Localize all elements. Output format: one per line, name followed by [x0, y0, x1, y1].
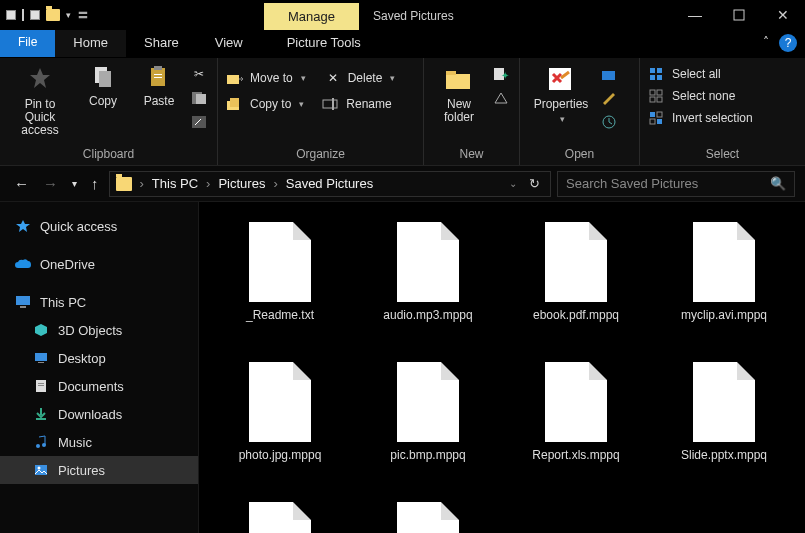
tab-share[interactable]: Share: [126, 30, 197, 57]
select-all-button[interactable]: Select all: [648, 66, 721, 82]
btn-label: Select none: [672, 89, 735, 103]
qat-overflow-icon[interactable]: 〓: [77, 7, 88, 24]
btn-label: Pin to Quick access: [8, 98, 72, 138]
tab-home[interactable]: Home: [55, 30, 126, 57]
nav-desktop[interactable]: Desktop: [0, 344, 198, 372]
breadcrumb-pictures[interactable]: Pictures: [218, 176, 265, 191]
edit-button[interactable]: [600, 90, 618, 106]
file-item[interactable]: [209, 502, 351, 533]
tab-file[interactable]: File: [0, 30, 55, 57]
file-name: Slide.pptx.mppq: [681, 448, 767, 462]
rename-icon: [322, 96, 340, 112]
file-item[interactable]: [357, 502, 499, 533]
history-button[interactable]: [600, 114, 618, 130]
nav-downloads[interactable]: Downloads: [0, 400, 198, 428]
up-button[interactable]: ↑: [87, 171, 103, 196]
address-bar[interactable]: › This PC › Pictures › Saved Pictures ⌄ …: [109, 171, 552, 197]
nav-label: Documents: [58, 379, 124, 394]
tab-picture-tools[interactable]: Picture Tools: [269, 30, 379, 57]
nav-quick-access[interactable]: Quick access: [0, 212, 198, 240]
nav-onedrive[interactable]: OneDrive: [0, 250, 198, 278]
ribbon-tabs: File Home Share View Picture Tools ˄ ?: [0, 30, 805, 58]
cut-button[interactable]: ✂: [190, 66, 208, 82]
svg-rect-23: [650, 68, 655, 73]
folder-icon[interactable]: [46, 9, 60, 21]
file-view[interactable]: _Readme.txt audio.mp3.mppq ebook.pdf.mpp…: [199, 202, 805, 533]
file-item[interactable]: Report.xls.mppq: [505, 362, 647, 462]
file-icon: [397, 222, 459, 302]
window-title: Saved Pictures: [359, 2, 468, 30]
back-button[interactable]: ←: [10, 171, 33, 196]
chevron-down-icon[interactable]: ▾: [66, 10, 71, 20]
btn-label: Copy to: [250, 97, 291, 111]
paste-button[interactable]: Paste: [134, 64, 184, 108]
open-button[interactable]: [600, 66, 618, 82]
new-item-button[interactable]: ✦: [492, 66, 510, 82]
breadcrumb-thispc[interactable]: This PC: [152, 176, 198, 191]
copy-to-button[interactable]: Copy to▾: [226, 96, 304, 112]
address-dropdown-button[interactable]: ⌄: [505, 178, 521, 189]
collapse-ribbon-button[interactable]: ˄: [757, 30, 775, 57]
svg-rect-42: [38, 383, 44, 384]
refresh-button[interactable]: ↻: [525, 176, 544, 191]
btn-label: Rename: [346, 97, 391, 111]
recent-locations-button[interactable]: ▾: [68, 174, 81, 193]
file-item[interactable]: myclip.avi.mppq: [653, 222, 795, 322]
file-item[interactable]: photo.jpg.mppq: [209, 362, 351, 462]
svg-rect-31: [650, 112, 655, 117]
cube-icon: [32, 322, 50, 338]
file-item[interactable]: audio.mp3.mppq: [357, 222, 499, 322]
btn-label: Paste: [144, 94, 175, 108]
search-box[interactable]: Search Saved Pictures 🔍: [557, 171, 795, 197]
properties-button[interactable]: Properties ▾: [528, 64, 594, 125]
close-button[interactable]: ✕: [761, 0, 805, 30]
quick-access-toolbar: ▾ 〓: [0, 0, 94, 30]
qat-item[interactable]: [6, 10, 16, 20]
copy-path-button[interactable]: [190, 90, 208, 106]
svg-rect-9: [196, 94, 206, 104]
file-icon: [249, 502, 311, 533]
rename-button[interactable]: Rename: [322, 96, 391, 112]
file-item[interactable]: ebook.pdf.mppq: [505, 222, 647, 322]
file-item[interactable]: pic.bmp.mppq: [357, 362, 499, 462]
file-icon: [693, 362, 755, 442]
btn-label: Properties: [534, 98, 589, 111]
nav-this-pc[interactable]: This PC: [0, 288, 198, 316]
contextual-tab-manage[interactable]: Manage: [264, 3, 359, 30]
move-to-button[interactable]: Move to▾: [226, 70, 306, 86]
nav-documents[interactable]: Documents: [0, 372, 198, 400]
file-item[interactable]: _Readme.txt: [209, 222, 351, 322]
nav-pictures[interactable]: Pictures: [0, 456, 198, 484]
copy-to-icon: [226, 96, 244, 112]
svg-rect-0: [734, 10, 744, 20]
pin-to-quick-access-button[interactable]: Pin to Quick access: [8, 64, 72, 138]
help-button[interactable]: ?: [779, 34, 797, 52]
paste-shortcut-button[interactable]: [190, 114, 208, 130]
nav-3d-objects[interactable]: 3D Objects: [0, 316, 198, 344]
svg-rect-27: [650, 90, 655, 95]
delete-button[interactable]: ✕ Delete▾: [324, 70, 396, 86]
nav-label: Quick access: [40, 219, 117, 234]
nav-music[interactable]: Music: [0, 428, 198, 456]
move-to-icon: [226, 70, 244, 86]
chevron-down-icon: ▾: [301, 73, 306, 83]
tab-view[interactable]: View: [197, 30, 261, 57]
invert-selection-button[interactable]: Invert selection: [648, 110, 753, 126]
minimize-button[interactable]: —: [673, 0, 717, 30]
file-name: myclip.avi.mppq: [681, 308, 767, 322]
copy-button[interactable]: Copy: [78, 64, 128, 108]
file-icon: [249, 222, 311, 302]
file-icon: [545, 362, 607, 442]
qat-item[interactable]: [30, 10, 40, 20]
easy-access-button[interactable]: [492, 90, 510, 106]
forward-button[interactable]: →: [39, 171, 62, 196]
file-item[interactable]: Slide.pptx.mppq: [653, 362, 795, 462]
nav-label: Music: [58, 435, 92, 450]
breadcrumb-saved-pictures[interactable]: Saved Pictures: [286, 176, 373, 191]
new-folder-button[interactable]: New folder: [432, 64, 486, 124]
chevron-right-icon: ›: [136, 176, 148, 191]
pc-icon: [14, 294, 32, 310]
nav-label: Desktop: [58, 351, 106, 366]
select-none-button[interactable]: Select none: [648, 88, 735, 104]
maximize-button[interactable]: [717, 0, 761, 30]
